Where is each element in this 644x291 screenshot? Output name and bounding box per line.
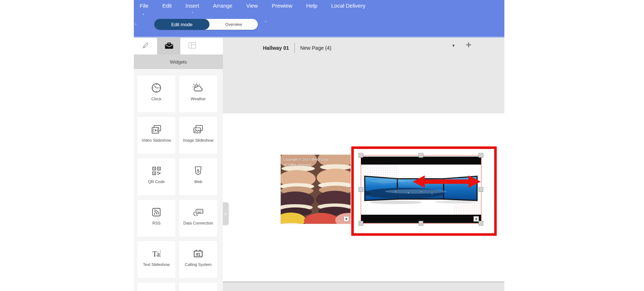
- resize-handle-bottom-middle[interactable]: [419, 221, 423, 226]
- sidebar-collapse-handle[interactable]: «: [223, 202, 228, 225]
- widgets-panel-title: Widgets: [134, 54, 223, 69]
- tab-layouts[interactable]: [180, 38, 204, 54]
- calling-system-glyph: 01: [196, 252, 200, 256]
- page-tab-current[interactable]: New Page (4): [300, 45, 332, 51]
- widget-weather[interactable]: Weather: [179, 76, 217, 112]
- canvas-item-macaron-image[interactable]: Copyright © 2015 BenQ Corp. All rights r…: [280, 154, 351, 224]
- layout-grid-icon: [187, 41, 197, 52]
- page-bar: Hallway 01 New Page (4): [263, 41, 331, 54]
- widget-clock[interactable]: Clock: [137, 76, 175, 112]
- display-ad-photo: [361, 155, 481, 223]
- widget-label: Data Connection: [183, 221, 213, 225]
- page-bar-divider: [295, 43, 295, 53]
- resize-handle-bottom-left[interactable]: [359, 221, 363, 226]
- widget-data-connection[interactable]: Data Connection: [179, 200, 217, 237]
- add-page-button[interactable]: +: [466, 39, 471, 50]
- weather-icon: [192, 82, 204, 94]
- item-expand-button[interactable]: +: [344, 216, 349, 222]
- widget-card-partial[interactable]: [179, 283, 217, 291]
- widget-label: Weather: [191, 97, 205, 101]
- rss-icon: [151, 206, 162, 218]
- widget-label: Clock: [151, 97, 161, 101]
- widget-web[interactable]: 5 Web: [179, 158, 217, 195]
- cursor-artifact: [265, 21, 266, 22]
- image-copyright-overlay: Copyright © 2015 BenQ Corp. All rights r…: [283, 157, 329, 167]
- cursor-artifact: [135, 23, 137, 25]
- text-slideshow-icon: Ta: [151, 247, 162, 260]
- widget-text-slideshow[interactable]: Ta Text Slideshow: [137, 241, 175, 278]
- cursor-artifact: [192, 12, 193, 13]
- widget-label: QR Code: [148, 179, 165, 184]
- widget-label: Video Slideshow: [141, 138, 171, 142]
- clock-icon: [151, 82, 162, 94]
- video-slideshow-icon: [151, 123, 162, 136]
- canvas-header: Hallway 01 New Page (4) ▼ +: [223, 38, 504, 113]
- widget-label: Text Slideshow: [143, 262, 169, 267]
- resize-handle-top-right[interactable]: [479, 153, 483, 158]
- tab-edit[interactable]: [134, 38, 157, 54]
- resize-handle-top-middle[interactable]: [419, 153, 423, 158]
- widget-label: Web: [194, 179, 202, 184]
- edit-mode-button[interactable]: Edit mode: [154, 19, 209, 30]
- item-expand-button[interactable]: +: [473, 216, 479, 222]
- menu-edit[interactable]: Edit: [162, 2, 172, 9]
- resize-handle-bottom-right[interactable]: [479, 221, 483, 226]
- page-dropdown-caret-icon[interactable]: ▼: [452, 44, 455, 48]
- data-connection-icon: [192, 206, 204, 218]
- widget-rss[interactable]: RSS: [137, 200, 175, 237]
- resize-handle-middle-left[interactable]: [359, 187, 363, 192]
- widget-card-partial[interactable]: [137, 283, 175, 291]
- widgets-sidebar: Widgets Clock: [134, 38, 223, 291]
- collapse-chevrons-icon: «: [225, 212, 227, 216]
- menu-insert[interactable]: Insert: [185, 2, 199, 9]
- widget-video-slideshow[interactable]: Video Slideshow: [137, 117, 175, 154]
- menubar: File Edit Insert Arrange View Prewiew He…: [140, 2, 365, 9]
- menu-help[interactable]: Help: [306, 2, 317, 9]
- cursor-artifact: [143, 13, 144, 15]
- menu-file[interactable]: File: [140, 2, 148, 9]
- pencil-icon: [141, 41, 150, 52]
- qr-code-icon: [151, 165, 162, 177]
- menu-view[interactable]: View: [246, 2, 258, 9]
- widget-label: Calling System: [185, 262, 211, 267]
- image-slideshow-icon: [192, 123, 204, 136]
- calling-system-icon: 01: [192, 247, 204, 260]
- menu-prewiew[interactable]: Prewiew: [272, 2, 292, 9]
- menu-local-delivery[interactable]: Local Delivery: [331, 2, 365, 9]
- widget-qr-code[interactable]: QR Code: [137, 158, 175, 195]
- web-icon: 5: [193, 165, 204, 177]
- canvas-bottom-strip: [223, 282, 504, 291]
- widget-label: Image Slideshow: [183, 138, 213, 142]
- widget-grid: Clock Weather: [134, 74, 223, 291]
- signage-editor-app: File Edit Insert Arrange View Prewiew He…: [134, 0, 504, 291]
- playlist-name[interactable]: Hallway 01: [263, 45, 289, 51]
- resize-handle-top-left[interactable]: [359, 153, 363, 158]
- top-menu-bar: File Edit Insert Arrange View Prewiew He…: [134, 0, 504, 38]
- web-badge-glyph: 5: [197, 169, 200, 174]
- resize-handle-middle-right[interactable]: [479, 187, 483, 192]
- briefcase-icon: [164, 40, 174, 52]
- mode-toggle: Edit mode Overview: [154, 19, 258, 30]
- canvas-item-display-ad-selected[interactable]: +: [361, 155, 481, 223]
- overview-button[interactable]: Overview: [209, 19, 258, 30]
- text-slideshow-glyph: Ta: [152, 250, 160, 258]
- widget-calling-system[interactable]: 01 Calling System: [179, 241, 217, 278]
- widget-image-slideshow[interactable]: Image Slideshow: [179, 117, 217, 154]
- menu-arrange[interactable]: Arrange: [213, 2, 232, 9]
- widget-label: RSS: [152, 221, 161, 225]
- tab-widgets[interactable]: [157, 38, 180, 54]
- sidebar-tabbar: [134, 38, 223, 54]
